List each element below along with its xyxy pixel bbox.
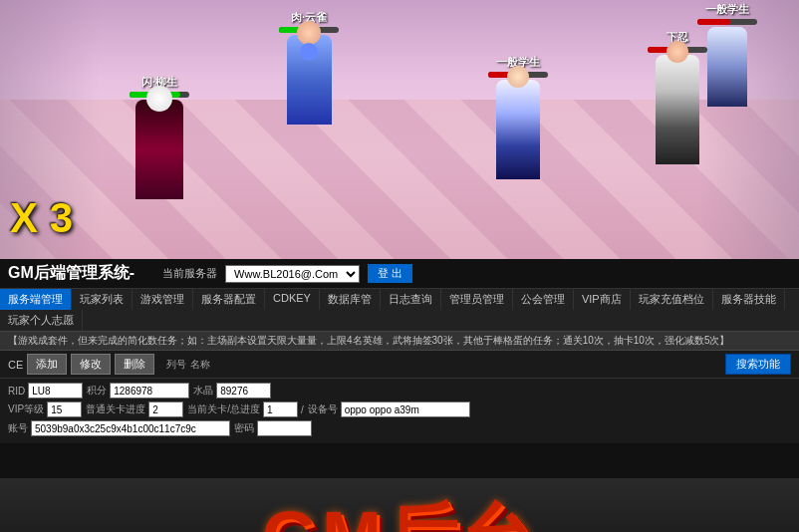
- score-label: 积分: [87, 384, 107, 398]
- tab-guild[interactable]: 公会管理: [513, 289, 574, 310]
- logout-button[interactable]: 登 出: [368, 264, 412, 283]
- score-multiplier: X 3: [10, 194, 73, 242]
- password-input[interactable]: [257, 420, 312, 436]
- progress-label: 普通关卡进度: [86, 402, 145, 416]
- vip-label: VIP等级: [8, 402, 44, 416]
- add-btn[interactable]: 添加: [27, 354, 67, 375]
- edit-btn[interactable]: 修改: [71, 354, 111, 375]
- character-2: 闪·柳生: [130, 75, 189, 199]
- bottom-section: GM后台: [0, 443, 799, 532]
- col-num-label: 列号: [166, 358, 186, 372]
- tab-log[interactable]: 日志查询: [381, 289, 441, 310]
- ce-label: CE: [8, 359, 23, 371]
- crystal-label: 水晶: [193, 384, 213, 398]
- vip-group: VIP等级: [8, 401, 82, 417]
- vip-input[interactable]: [47, 401, 82, 417]
- char2-sprite: [135, 100, 183, 199]
- score-input[interactable]: [110, 383, 189, 399]
- device-group: 设备号: [308, 401, 470, 417]
- delete-btn[interactable]: 删除: [115, 354, 154, 375]
- search-button[interactable]: 搜索功能: [725, 354, 791, 375]
- form-row-2: VIP等级 普通关卡进度 当前关卡/总进度 / 设备号: [8, 401, 791, 417]
- score-group: 积分: [87, 383, 189, 399]
- stage-suffix: /: [301, 404, 304, 415]
- tab-player-list[interactable]: 玩家列表: [72, 289, 133, 310]
- char1-sprite: [287, 35, 332, 125]
- info-text: 【游戏成套件，但来完成的简化数任务；如：主场副本设置天限大量量，上限4名英雄，武…: [8, 335, 730, 346]
- rid-input[interactable]: [28, 383, 83, 399]
- rid-label: RID: [8, 386, 25, 397]
- password-group: 密码: [234, 420, 312, 436]
- tab-server-config[interactable]: 服务器配置: [193, 289, 265, 310]
- char5-name: 一般学生: [705, 2, 749, 17]
- device-input[interactable]: [341, 401, 470, 417]
- char5-hp-bar: [697, 19, 757, 25]
- tab-admin[interactable]: 管理员管理: [441, 289, 513, 310]
- stage-group: 当前关卡/总进度 /: [187, 401, 304, 417]
- character-5: 一般学生: [697, 2, 757, 107]
- form-row-3: 账号 密码: [8, 420, 791, 436]
- tab-personal[interactable]: 玩家个人志愿: [0, 310, 83, 331]
- char5-hp-fill: [697, 19, 730, 25]
- char4-sprite: [656, 55, 699, 164]
- stage-input[interactable]: [263, 401, 298, 417]
- form-area: RID 积分 水晶 VIP等级 普通关卡进度 当前关卡/总进度: [0, 379, 799, 443]
- gm-logo-text: GM后台: [262, 490, 537, 532]
- progress-input[interactable]: [148, 401, 183, 417]
- tab-recharge[interactable]: 玩家充值档位: [631, 289, 713, 310]
- action-bar: CE 添加 修改 删除 列号 名称 搜索功能: [0, 351, 799, 379]
- character-1: 肉·云雀: [279, 10, 339, 125]
- nav-tabs: 服务端管理 玩家列表 游戏管理 服务器配置 CDKEY 数据库管 日志查询 管理…: [0, 289, 799, 332]
- progress-group: 普通关卡进度: [86, 401, 183, 417]
- tab-server-manage[interactable]: 服务端管理: [0, 289, 72, 310]
- gm-panel: GM后端管理系统- 当前服务器 Www.BL2016@.Com 登 出 服务端管…: [0, 259, 799, 443]
- gm-header: GM后端管理系统- 当前服务器 Www.BL2016@.Com 登 出: [0, 259, 799, 289]
- col-name-label: 名称: [190, 358, 210, 372]
- account-label: 账号: [8, 421, 28, 435]
- account-group: 账号: [8, 420, 230, 436]
- character-3: 一般学生: [488, 55, 548, 179]
- form-row-1: RID 积分 水晶: [8, 383, 791, 399]
- gm-logo-area: GM后台: [0, 478, 799, 532]
- crystal-group: 水晶: [193, 383, 271, 399]
- tab-cdkey[interactable]: CDKEY: [265, 289, 320, 310]
- char3-sprite: [496, 80, 540, 179]
- char5-sprite: [707, 27, 747, 107]
- server-select[interactable]: Www.BL2016@.Com: [225, 265, 360, 283]
- info-bar: 【游戏成套件，但来完成的简化数任务；如：主场副本设置天限大量量，上限4名英雄，武…: [0, 332, 799, 351]
- tab-database[interactable]: 数据库管: [320, 289, 381, 310]
- game-area: 肉·云雀 闪·柳生 一般学生 下忍: [0, 0, 799, 259]
- password-label: 密码: [234, 421, 254, 435]
- tab-skill[interactable]: 服务器技能: [713, 289, 785, 310]
- device-label: 设备号: [308, 402, 338, 416]
- account-input[interactable]: [31, 420, 230, 436]
- tab-vip-shop[interactable]: VIP商店: [574, 289, 631, 310]
- server-label: 当前服务器: [162, 266, 217, 281]
- tab-game-manage[interactable]: 游戏管理: [133, 289, 193, 310]
- gm-title: GM后端管理系统-: [8, 263, 134, 284]
- crystal-input[interactable]: [216, 383, 271, 399]
- rid-group: RID: [8, 383, 83, 399]
- stage-label: 当前关卡/总进度: [187, 402, 260, 416]
